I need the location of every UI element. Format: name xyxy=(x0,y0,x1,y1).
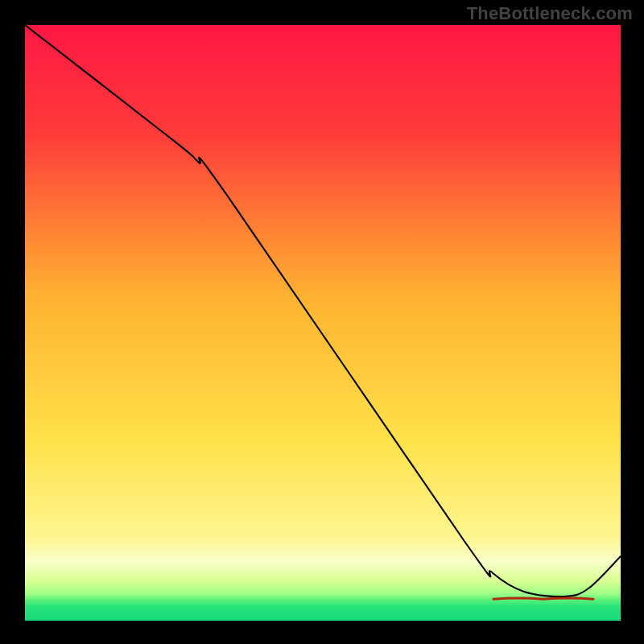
chart-frame: TheBottleneck.com xyxy=(0,0,644,644)
gradient-background xyxy=(25,25,621,621)
plot-area xyxy=(24,24,620,620)
plot-svg xyxy=(25,25,621,621)
watermark-text: TheBottleneck.com xyxy=(467,3,633,24)
optimal-segment-marker xyxy=(493,598,593,599)
